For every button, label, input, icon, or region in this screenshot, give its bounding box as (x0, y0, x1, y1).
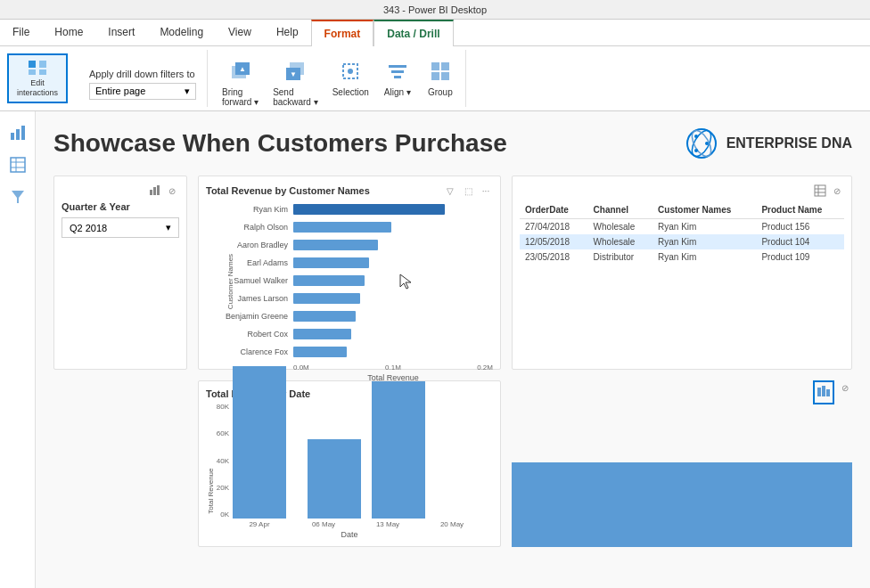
sidebar-icon-chart[interactable] (4, 118, 32, 147)
table-row[interactable]: 12/05/2018 Wholesale Ryan Kim Product 10… (520, 234, 844, 249)
table-more-icon[interactable]: ⊘ (830, 184, 844, 198)
bottom-chart-x-label: Date (206, 530, 493, 539)
enterprise-dna-text: ENTERPRISE DNA (726, 135, 852, 151)
bar-chart-row: Robert Cox (213, 326, 493, 342)
bring-forward-button[interactable]: ▲ Bringforward ▾ (218, 55, 262, 109)
bar-chart-row: Ryan Kim (213, 201, 493, 217)
bottom-bar-group (233, 366, 286, 519)
bar-name: Aaron Bradley (213, 241, 293, 249)
svg-rect-40 (817, 388, 821, 396)
bar-chart-row: Earl Adams (213, 255, 493, 271)
bar-name: Ralph Olson (213, 223, 293, 232)
svg-rect-12 (389, 65, 406, 68)
entire-page-dropdown[interactable]: Entire page ▾ (89, 83, 196, 100)
tab-data-drill[interactable]: Data / Drill (373, 20, 453, 46)
send-backward-button[interactable]: ▼ Sendbackward ▾ (269, 55, 322, 109)
align-button[interactable]: Align ▾ (380, 55, 415, 99)
left-sidebar (0, 111, 36, 588)
tab-insert[interactable]: Insert (95, 19, 147, 45)
col-channel: Channel (588, 201, 652, 219)
edit-interactions-button[interactable]: Editinteractions (7, 53, 68, 103)
align-icon (383, 57, 412, 86)
report-header: Showcase When Customers Purchase ENTERPR… (53, 126, 852, 161)
sidebar-icon-table[interactable] (4, 151, 32, 179)
bottom-date-label: 20 May (425, 520, 479, 528)
group-button[interactable]: Group (423, 55, 458, 99)
bar-chart-title: Total Revenue by Customer Names (206, 185, 370, 196)
bar-chart-row: Aaron Bradley (213, 237, 493, 253)
bottom-right-ellipsis-icon[interactable]: ⊘ (838, 380, 852, 395)
bar-chart-row: Clarence Fox (213, 344, 493, 360)
bar-fill[interactable] (293, 347, 347, 357)
svg-rect-16 (441, 62, 449, 70)
bar-name: Samuel Walker (213, 276, 293, 285)
drill-filter-label: Apply drill down filters to (89, 69, 196, 79)
bar-chart-x-axis: 0.0M 0.1M 0.2M (293, 363, 493, 372)
cell-product: Product 109 (756, 249, 844, 265)
svg-rect-2 (29, 69, 36, 75)
slicer-dropdown-arrow: ▾ (166, 222, 171, 233)
bar-chart-more-icon[interactable]: ··· (479, 184, 493, 198)
data-table: OrderDate Channel Customer Names Product… (520, 201, 844, 265)
bar-name: James Larson (213, 294, 293, 303)
bar-fill[interactable] (293, 240, 378, 250)
title-bar-text: 343 - Power BI Desktop (383, 4, 487, 15)
tab-format[interactable]: Format (311, 20, 374, 46)
bottom-v-bar (308, 439, 361, 519)
svg-rect-33 (150, 190, 152, 195)
bar-fill[interactable] (293, 329, 351, 339)
bottom-date-label: 29 Apr (233, 520, 286, 528)
bar-chart-focus-icon[interactable]: ⬚ (461, 184, 475, 198)
bottom-date-label: 06 May (297, 520, 350, 528)
bar-fill[interactable] (293, 293, 360, 304)
sidebar-icon-filter[interactable] (4, 183, 32, 211)
bar-fill[interactable] (293, 311, 356, 322)
svg-rect-15 (431, 62, 439, 70)
cell-channel: Distributor (588, 249, 652, 265)
tab-file[interactable]: File (0, 19, 42, 45)
bar-chart-row: Benjamin Greene (213, 308, 493, 324)
cell-customer: Ryan Kim (652, 219, 756, 235)
selection-button[interactable]: Selection (329, 55, 373, 99)
bottom-right-icon-highlight[interactable] (813, 380, 834, 404)
tab-home[interactable]: Home (42, 19, 95, 45)
tab-help[interactable]: Help (264, 19, 311, 45)
svg-point-30 (694, 135, 698, 138)
bottom-right-chart (512, 407, 852, 547)
bottom-left-spacer (53, 380, 187, 547)
tab-modeling[interactable]: Modeling (147, 19, 216, 45)
bring-forward-icon: ▲ (226, 57, 255, 86)
enterprise-dna-logo: ENTERPRISE DNA (684, 126, 852, 161)
cell-product: Product 156 (756, 219, 844, 235)
ribbon-group-arrange: ▲ Bringforward ▾ ▼ Sendbackward ▾ Select… (211, 50, 466, 107)
svg-point-32 (694, 149, 698, 152)
bar-chart-row: Ralph Olson (213, 219, 493, 235)
slicer-chart-icon[interactable] (148, 184, 162, 198)
bottom-chart-bars (233, 403, 425, 519)
bar-chart-area: Customer Names Ryan Kim Ralph Olson Aaro… (206, 201, 493, 362)
bar-chart-icons: ▽ ⬚ ··· (443, 184, 493, 198)
svg-rect-22 (11, 158, 25, 172)
bottom-chart-card: Total Revenue by Date 80K 60K 40K 20K 0K (198, 380, 501, 547)
align-label: Align ▾ (384, 87, 411, 97)
cell-channel: Wholesale (588, 234, 652, 249)
table-row[interactable]: 23/05/2018 Distributor Ryan Kim Product … (520, 249, 844, 265)
send-backward-icon: ▼ (281, 57, 309, 86)
table-chart-icon[interactable] (813, 184, 827, 198)
bar-fill[interactable] (293, 275, 365, 286)
svg-point-31 (705, 142, 709, 145)
slicer-value: Q2 2018 (70, 223, 107, 233)
bottom-right-area: ⊘ (512, 380, 852, 547)
table-row[interactable]: 27/04/2018 Wholesale Ryan Kim Product 15… (520, 219, 844, 235)
bar-fill[interactable] (293, 222, 391, 233)
bar-chart-row: Samuel Walker (213, 273, 493, 289)
bar-chart-filter-icon[interactable]: ▽ (443, 184, 457, 198)
slicer-ellipsis-icon[interactable]: ⊘ (165, 184, 179, 198)
tab-view[interactable]: View (216, 19, 264, 45)
bar-chart-header: Total Revenue by Customer Names ▽ ⬚ ··· (206, 184, 493, 198)
cell-product: Product 104 (756, 234, 844, 249)
bar-fill[interactable] (293, 257, 369, 268)
bar-fill[interactable] (293, 204, 445, 215)
col-product: Product Name (756, 201, 844, 219)
slicer-dropdown[interactable]: Q2 2018 ▾ (62, 217, 179, 238)
